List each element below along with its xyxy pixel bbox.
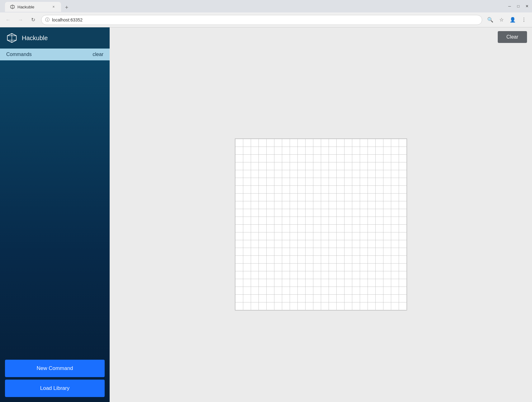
address-input[interactable]: [52, 17, 478, 22]
address-bar: ← → ↻ ⓘ 🔍 ☆ 👤 ⋮: [0, 12, 532, 27]
tab-favicon-icon: [10, 4, 15, 9]
tab-title: Hackuble: [17, 5, 34, 9]
browser-chrome: Hackuble × + ─ □ ✕ ← → ↻ ⓘ 🔍 ☆ 👤 ⋮: [0, 0, 532, 27]
minimize-button[interactable]: ─: [507, 4, 512, 9]
sidebar-header: Hackuble: [0, 27, 110, 49]
bookmark-button[interactable]: ☆: [497, 16, 506, 24]
back-button[interactable]: ←: [4, 16, 12, 24]
forward-button[interactable]: →: [16, 16, 25, 24]
active-tab[interactable]: Hackuble ×: [5, 2, 61, 12]
main-toolbar: Clear: [110, 27, 532, 47]
app-logo-icon: [6, 32, 17, 44]
app-title: Hackuble: [22, 35, 48, 42]
app-container: Hackuble Commands clear New Command Load…: [0, 27, 532, 402]
zoom-button[interactable]: 🔍: [486, 16, 495, 24]
new-tab-button[interactable]: +: [62, 3, 71, 12]
canvas-area: [110, 47, 532, 402]
sidebar: Hackuble Commands clear New Command Load…: [0, 27, 110, 402]
clear-button[interactable]: Clear: [498, 31, 527, 43]
commands-list: [0, 60, 110, 355]
window-controls: ─ □ ✕: [507, 4, 530, 9]
info-icon: ⓘ: [45, 17, 50, 23]
grid-canvas: [235, 138, 407, 311]
reload-button[interactable]: ↻: [29, 16, 37, 24]
main-content: Clear: [110, 27, 532, 402]
close-button[interactable]: ✕: [525, 4, 530, 9]
profile-button[interactable]: 👤: [508, 16, 517, 24]
address-input-wrap: ⓘ: [41, 15, 482, 25]
commands-label: Commands: [6, 52, 32, 57]
sidebar-bottom: New Command Load Library: [0, 355, 110, 402]
browser-actions: 🔍 ☆ 👤 ⋮: [486, 16, 528, 24]
clear-commands-link[interactable]: clear: [93, 52, 103, 57]
menu-button[interactable]: ⋮: [520, 16, 528, 24]
load-library-button[interactable]: Load Library: [5, 380, 105, 397]
title-bar: Hackuble × + ─ □ ✕: [0, 0, 532, 12]
new-command-button[interactable]: New Command: [5, 360, 105, 377]
commands-bar: Commands clear: [0, 49, 110, 60]
tab-bar: Hackuble × +: [2, 1, 505, 12]
tab-close-button[interactable]: ×: [51, 4, 56, 9]
maximize-button[interactable]: □: [516, 4, 521, 9]
